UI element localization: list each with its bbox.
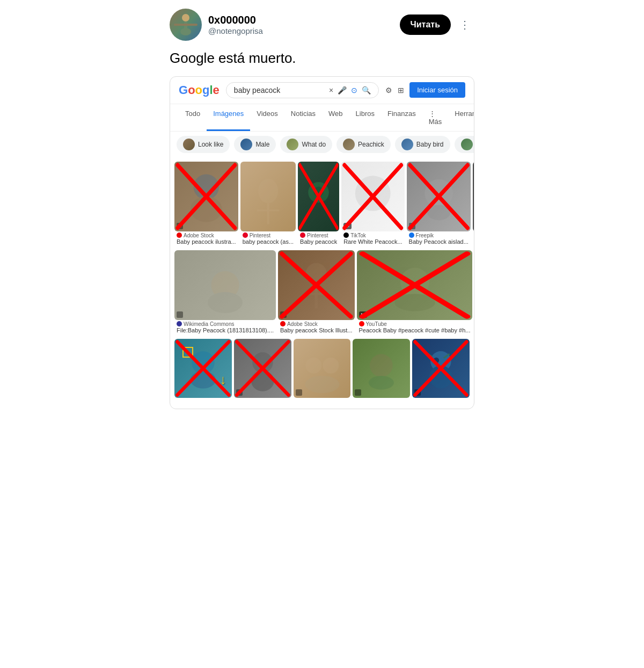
svg-point-3 bbox=[180, 28, 191, 35]
image-cell[interactable] bbox=[294, 339, 351, 398]
image-caption bbox=[353, 398, 410, 402]
svg-point-51 bbox=[370, 354, 393, 377]
image-row-2: Wikimedia Commons File:Baby Peacock (181… bbox=[174, 250, 470, 337]
nav-todo[interactable]: Todo bbox=[179, 104, 207, 131]
search-icon[interactable]: 🔍 bbox=[362, 86, 371, 95]
google-screenshot: Google baby peacock × 🎤 ⊙ 🔍 ⚙ ⊞ Iniciar … bbox=[170, 76, 474, 409]
image-source: Wikimedia Commons bbox=[177, 321, 274, 327]
image-cell-wrapper: Pinterest Baby peacock bbox=[298, 162, 339, 248]
tweet-text: Google está muerto. bbox=[170, 49, 474, 68]
image-badge bbox=[177, 311, 183, 318]
image-cell[interactable] bbox=[353, 339, 410, 398]
image-caption bbox=[412, 398, 470, 402]
nav-herramientas[interactable]: Herramientas bbox=[448, 104, 474, 131]
profile-name: 0x000000 bbox=[208, 14, 393, 26]
image-cell[interactable] bbox=[412, 339, 470, 398]
chip-pavo[interactable]: Pavo bbox=[455, 136, 474, 153]
svg-point-34 bbox=[394, 294, 435, 311]
google-search-box[interactable]: baby peacock × 🎤 ⊙ 🔍 bbox=[226, 82, 379, 98]
chip-look-like[interactable]: Look like bbox=[177, 136, 230, 153]
image-title: Baby peacock Stock Illust... bbox=[280, 327, 353, 333]
nav-noticias[interactable]: Noticias bbox=[284, 104, 322, 131]
image-caption: Snopes Is This a Real Pic of a Baby P... bbox=[473, 231, 474, 248]
image-cell[interactable] bbox=[278, 250, 355, 320]
image-cell-wrapper: Adobe Stock Baby peacock ilustra... bbox=[174, 162, 238, 248]
profile-info: 0x000000 @notengoprisa bbox=[208, 14, 393, 35]
nav-imagenes[interactable]: Imágenes bbox=[207, 104, 250, 131]
image-cell[interactable]: ↓ bbox=[174, 339, 232, 398]
image-caption bbox=[234, 398, 291, 402]
nav-mas[interactable]: ⋮ Más bbox=[422, 104, 449, 131]
nav-finanzas[interactable]: Finanzas bbox=[381, 104, 422, 131]
apps-icon[interactable]: ⊞ bbox=[398, 86, 404, 95]
header-actions: Читать ⋮ bbox=[400, 14, 474, 35]
svg-point-15 bbox=[355, 176, 391, 211]
image-caption: Adobe Stock Baby peacock Stock Illust... bbox=[278, 320, 355, 337]
svg-point-28 bbox=[306, 263, 327, 284]
search-icons: × 🎤 ⊙ 🔍 bbox=[329, 86, 371, 95]
image-cell[interactable]: ▶ bbox=[357, 250, 473, 320]
source-icon bbox=[409, 233, 414, 238]
image-caption: YouTube Peacock Baby #peacock #cute #bab… bbox=[357, 320, 473, 337]
profile-handle: @notengoprisa bbox=[208, 26, 393, 35]
image-source: TikTok bbox=[343, 233, 402, 238]
avatar[interactable] bbox=[170, 9, 202, 41]
source-icon bbox=[343, 233, 349, 238]
image-cell[interactable] bbox=[407, 162, 471, 231]
image-source: Adobe Stock bbox=[280, 321, 353, 327]
source-icon bbox=[177, 233, 182, 238]
image-source: Freepik bbox=[409, 233, 469, 238]
image-row-1: Adobe Stock Baby peacock ilustra... Pint… bbox=[174, 162, 470, 248]
svg-point-33 bbox=[400, 267, 429, 296]
chip-male[interactable]: Male bbox=[234, 136, 276, 153]
image-caption: TikTok Rare White Peacock... bbox=[341, 231, 404, 248]
more-button[interactable]: ⋮ bbox=[455, 16, 474, 33]
image-cell[interactable] bbox=[174, 250, 276, 320]
search-query: baby peacock bbox=[234, 86, 325, 95]
image-cell[interactable] bbox=[473, 162, 474, 231]
svg-point-40 bbox=[192, 351, 215, 374]
image-cell[interactable] bbox=[240, 162, 296, 231]
svg-point-41 bbox=[191, 371, 216, 388]
image-cell[interactable] bbox=[174, 162, 238, 231]
image-title: baby peacock (as... bbox=[243, 238, 294, 245]
svg-point-49 bbox=[323, 358, 339, 374]
image-title: Baby Peacock aislad... bbox=[409, 238, 469, 245]
chip-peachick[interactable]: Peachick bbox=[336, 136, 391, 153]
follow-button[interactable]: Читать bbox=[400, 14, 451, 35]
svg-point-5 bbox=[191, 197, 222, 222]
image-title: Baby peacock ilustra... bbox=[177, 238, 236, 245]
chip-what-do[interactable]: What do bbox=[280, 136, 332, 153]
nav-videos[interactable]: Videos bbox=[250, 104, 284, 131]
mic-icon[interactable]: 🎤 bbox=[338, 86, 347, 95]
image-cell[interactable] bbox=[298, 162, 339, 231]
source-icon bbox=[243, 233, 248, 238]
image-cell-wrapper bbox=[412, 339, 470, 402]
video-badge: ▶ bbox=[359, 311, 367, 318]
lens-icon[interactable]: ⊙ bbox=[351, 86, 357, 95]
image-badge bbox=[236, 389, 243, 396]
nav-libros[interactable]: Libros bbox=[349, 104, 381, 131]
image-cell[interactable]: ▶ bbox=[341, 162, 404, 231]
source-icon bbox=[300, 233, 305, 238]
image-title: File:Baby Peacock (18131813108).... bbox=[177, 327, 274, 333]
settings-icon[interactable]: ⚙ bbox=[385, 86, 392, 95]
svg-point-52 bbox=[369, 376, 394, 390]
nav-web[interactable]: Web bbox=[322, 104, 349, 131]
clear-icon[interactable]: × bbox=[329, 86, 333, 95]
image-cell[interactable] bbox=[234, 339, 291, 398]
image-title: Baby peacock bbox=[300, 238, 337, 245]
image-source: Pinterest bbox=[243, 233, 294, 238]
svg-point-50 bbox=[305, 376, 339, 393]
image-caption: Adobe Stock Baby peacock ilustra... bbox=[174, 231, 238, 248]
profile-header: 0x000000 @notengoprisa Читать ⋮ bbox=[170, 9, 474, 41]
image-source: YouTube bbox=[359, 321, 471, 327]
chip-baby-bird[interactable]: Baby bird bbox=[395, 136, 450, 153]
svg-point-27 bbox=[208, 292, 243, 313]
svg-point-18 bbox=[425, 179, 452, 207]
image-caption: Pinterest baby peacock (as... bbox=[240, 231, 296, 248]
image-badge bbox=[414, 389, 421, 396]
signin-button[interactable]: Iniciar sesión bbox=[409, 82, 465, 98]
google-header-right: ⚙ ⊞ Iniciar sesión bbox=[385, 82, 465, 98]
image-badge bbox=[355, 389, 361, 396]
